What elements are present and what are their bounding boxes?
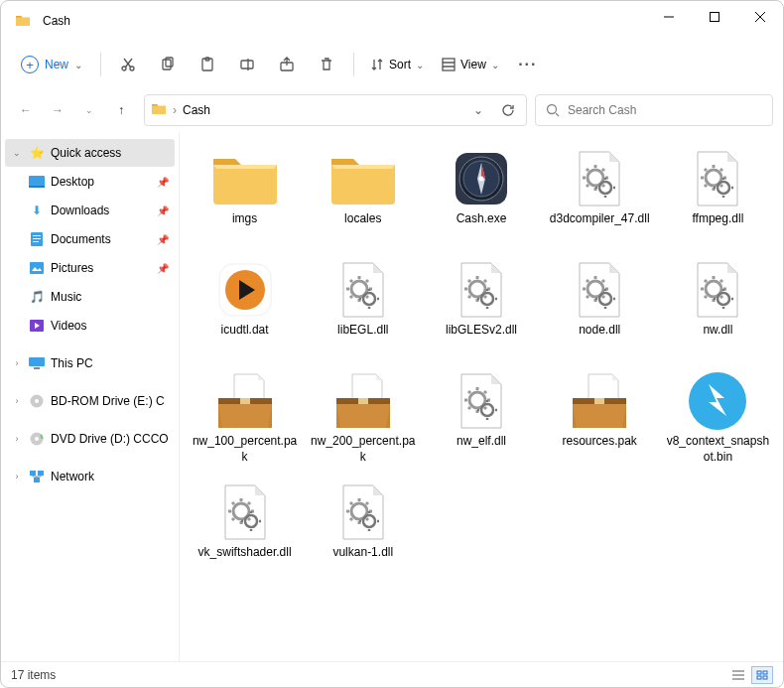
svg-point-16: [548, 105, 557, 114]
file-nw[interactable]: nw.dll: [661, 253, 775, 360]
file-label: locales: [344, 211, 381, 243]
copy-button[interactable]: [149, 47, 187, 82]
svg-rect-21: [33, 235, 41, 236]
command-bar: + New ⌄ Sort ⌄ View ⌄ ···: [1, 41, 783, 88]
sidebar-item-music[interactable]: 🎵 Music: [5, 283, 175, 311]
svg-rect-69: [763, 676, 767, 679]
sidebar-item-bdrom[interactable]: › BD-ROM Drive (E:) C: [5, 387, 175, 415]
explorer-window: Cash + New ⌄ Sort ⌄ View ⌄ ··: [0, 0, 784, 688]
new-label: New: [45, 58, 68, 71]
file-label: vk_swiftshader.dll: [198, 545, 292, 577]
rename-button[interactable]: [228, 47, 266, 82]
forward-button[interactable]: →: [43, 95, 72, 125]
body: ⌄ ⭐ Quick access Desktop 📌 ⬇ Downloads 📌…: [1, 132, 783, 661]
navigation-pane[interactable]: ⌄ ⭐ Quick access Desktop 📌 ⬇ Downloads 📌…: [1, 132, 180, 661]
file-swiftshader[interactable]: vk_swiftshader.dll: [188, 476, 302, 583]
up-button[interactable]: ↑: [106, 95, 136, 125]
sidebar-item-this-pc[interactable]: › This PC: [5, 349, 175, 377]
file-d3dcompiler[interactable]: d3dcompiler_47.dll: [543, 142, 657, 249]
sidebar-item-dvd[interactable]: › DVD Drive (D:) CCCO: [5, 425, 175, 453]
chevron-down-icon: ⌄: [74, 60, 82, 70]
chevron-right-icon: ›: [173, 103, 177, 117]
pictures-icon: [29, 260, 45, 276]
sidebar-item-downloads[interactable]: ⬇ Downloads 📌: [5, 197, 175, 224]
file-icudtl[interactable]: icudtl.dat: [188, 253, 302, 360]
file-node[interactable]: node.dll: [543, 253, 657, 360]
address-bar[interactable]: › Cash ⌄: [144, 94, 527, 126]
pin-icon: 📌: [157, 263, 169, 274]
refresh-button[interactable]: [496, 98, 520, 122]
file-cash-exe[interactable]: Cash.exe: [424, 142, 538, 249]
svg-point-38: [478, 177, 483, 182]
file-label: ffmpeg.dll: [692, 211, 743, 243]
svg-rect-68: [757, 676, 761, 679]
sidebar-item-pictures[interactable]: Pictures 📌: [5, 254, 175, 282]
file-vulkan[interactable]: vulkan-1.dll: [306, 476, 420, 583]
close-button[interactable]: [737, 1, 783, 33]
pc-icon: [29, 355, 45, 371]
minimize-button[interactable]: [646, 1, 692, 33]
file-nw100[interactable]: nw_100_percent.pak: [188, 364, 302, 472]
share-button[interactable]: [268, 47, 306, 82]
chevron-right-icon: ›: [11, 472, 23, 482]
chevron-down-icon: ⌄: [11, 148, 23, 158]
folder-locales[interactable]: locales: [306, 142, 420, 249]
svg-rect-1: [711, 13, 719, 22]
file-label: Cash.exe: [457, 211, 507, 243]
file-label: resources.pak: [563, 434, 637, 466]
file-label: imgs: [232, 211, 257, 243]
view-mode-switcher: [727, 666, 773, 684]
search-box[interactable]: [535, 94, 773, 126]
search-icon: [546, 103, 560, 117]
sidebar-item-documents[interactable]: Documents 📌: [5, 225, 175, 253]
paste-button[interactable]: [189, 47, 226, 82]
file-libegl[interactable]: libEGL.dll: [306, 253, 420, 360]
pin-icon: 📌: [157, 177, 169, 188]
maximize-button[interactable]: [692, 1, 737, 33]
details-view-button[interactable]: [727, 666, 749, 684]
sidebar-item-desktop[interactable]: Desktop 📌: [5, 168, 175, 196]
cut-button[interactable]: [109, 47, 147, 82]
file-label: nw.dll: [703, 323, 732, 354]
svg-rect-57: [594, 398, 604, 404]
file-ffmpeg[interactable]: ffmpeg.dll: [661, 142, 775, 249]
window-controls: [646, 1, 783, 41]
svg-rect-19: [29, 186, 45, 188]
recent-button[interactable]: ⌄: [74, 95, 104, 125]
new-button[interactable]: + New ⌄: [11, 51, 92, 78]
file-label: nw_200_percent.pak: [309, 434, 418, 466]
view-button[interactable]: View ⌄: [434, 53, 507, 76]
delete-button[interactable]: [308, 47, 345, 82]
plus-icon: +: [21, 56, 39, 73]
file-nwelf[interactable]: nw_elf.dll: [424, 364, 538, 472]
history-button[interactable]: ⌄: [466, 98, 490, 122]
sidebar-item-quick-access[interactable]: ⌄ ⭐ Quick access: [5, 139, 175, 167]
sidebar-item-videos[interactable]: Videos: [5, 312, 175, 340]
back-button[interactable]: ←: [11, 95, 41, 125]
svg-rect-27: [34, 367, 40, 369]
file-resources[interactable]: resources.pak: [543, 364, 657, 472]
chevron-down-icon: ⌄: [416, 60, 424, 70]
folder-imgs[interactable]: imgs: [188, 142, 302, 249]
svg-rect-54: [358, 398, 368, 404]
file-list[interactable]: imgs locales Cash.exe d3dcompiler_47.dll…: [180, 132, 783, 661]
network-icon: [29, 469, 45, 484]
svg-rect-18: [29, 176, 45, 187]
sidebar-item-network[interactable]: › Network: [5, 463, 175, 490]
item-count: 17 items: [11, 668, 56, 682]
icons-view-button[interactable]: [751, 666, 773, 684]
sort-button[interactable]: Sort ⌄: [362, 53, 432, 76]
desktop-icon: [29, 174, 45, 190]
file-label: libEGL.dll: [337, 323, 388, 354]
svg-rect-6: [163, 60, 171, 69]
breadcrumb-item[interactable]: Cash: [183, 103, 210, 117]
pin-icon: 📌: [157, 206, 169, 216]
svg-rect-10: [241, 61, 253, 69]
file-libgles[interactable]: libGLESv2.dll: [424, 253, 538, 360]
search-input[interactable]: [568, 103, 762, 117]
svg-rect-24: [30, 262, 44, 274]
file-nw200[interactable]: nw_200_percent.pak: [306, 364, 420, 472]
file-v8[interactable]: v8_context_snapshot.bin: [661, 364, 775, 472]
more-button[interactable]: ···: [509, 47, 547, 82]
svg-rect-7: [166, 58, 173, 67]
